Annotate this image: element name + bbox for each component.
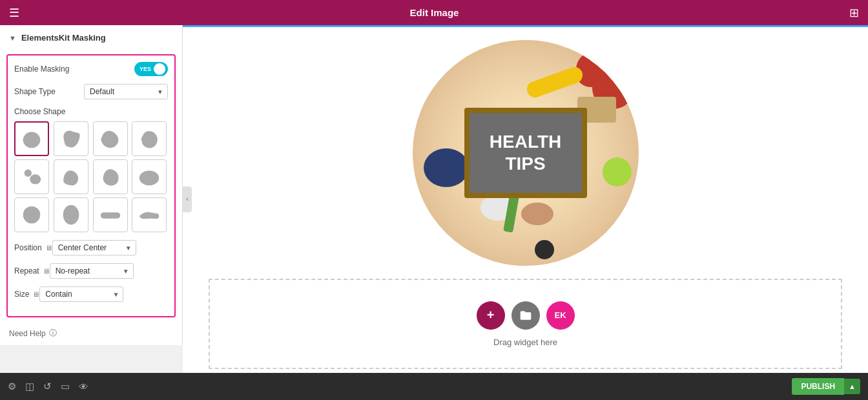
svg-point-2 — [30, 174, 41, 184]
svg-point-5 — [63, 205, 79, 225]
circle-image: HEALTHTIPS — [413, 40, 639, 266]
enable-masking-label: Enable Masking — [14, 65, 134, 74]
toggle-circle — [154, 63, 165, 75]
need-help: Need Help ⓘ — [0, 321, 182, 345]
main-layout: ▼ ElementsKit Masking Enable Masking YES — [0, 25, 868, 373]
svg-point-3 — [140, 171, 159, 186]
bottom-bar-left: ⚙ ◫ ↺ ▭ 👁 — [8, 381, 88, 392]
ek-button[interactable]: EK — [546, 301, 575, 330]
position-label-wrap: Position 🖥 — [14, 243, 52, 252]
settings-icon[interactable]: ⚙ — [8, 381, 16, 392]
drag-widget-text: Drag widget here — [493, 337, 557, 347]
size-icon: 🖥 — [32, 290, 39, 298]
position-row: Position 🖥 Center Center ▼ — [14, 240, 168, 255]
section-header-label: ElementsKit Masking — [21, 33, 106, 43]
choose-shape-label: Choose Shape — [14, 107, 168, 116]
shape-cell-11[interactable] — [132, 197, 167, 232]
lime-deco — [603, 157, 632, 186]
position-select[interactable]: Center Center — [52, 240, 136, 255]
sidebar-wrap: ▼ ElementsKit Masking Enable Masking YES — [0, 25, 183, 373]
repeat-row: Repeat 🖥 No-repeat ▼ — [14, 263, 168, 279]
header-title: Edit Image — [410, 7, 459, 18]
shape-cell-8[interactable] — [14, 197, 49, 232]
shape-cell-1[interactable] — [54, 121, 88, 156]
repeat-label-wrap: Repeat 🖥 — [14, 266, 50, 275]
toggle-wrap: YES — [134, 62, 168, 76]
dark-ball-deco — [535, 240, 554, 259]
need-help-text: Need Help — [9, 329, 46, 338]
drag-icons: + EK — [477, 301, 575, 330]
pills-brown-deco — [521, 203, 553, 225]
repeat-icon: 🖥 — [43, 267, 50, 275]
enable-masking-toggle[interactable]: YES — [134, 62, 168, 76]
drag-widget-section: + EK Drag widget here — [209, 279, 842, 369]
canvas-content: HEALTHTIPS + EK Drag widget here — [183, 27, 868, 373]
size-select-wrap: Contain ▼ — [39, 286, 123, 302]
help-icon[interactable]: ⓘ — [49, 328, 57, 339]
shape-type-select-wrap: Default ▼ — [84, 84, 168, 99]
shape-grid — [14, 121, 168, 232]
shape-cell-0[interactable] — [14, 121, 49, 156]
choose-shape-section: Choose Shape — [14, 107, 168, 232]
section-arrow-icon: ▼ — [9, 34, 16, 42]
canvas-area: HEALTHTIPS + EK Drag widget here — [183, 25, 868, 373]
enable-masking-row: Enable Masking YES — [14, 62, 168, 76]
bottom-bar: ⚙ ◫ ↺ ▭ 👁 PUBLISH ▲ — [0, 373, 868, 400]
svg-rect-6 — [100, 212, 119, 219]
undo-icon[interactable]: ↺ — [43, 381, 52, 392]
chalkboard: HEALTHTIPS — [464, 108, 587, 198]
toggle-yes-text: YES — [140, 66, 151, 72]
svg-point-0 — [23, 132, 41, 148]
shape-type-label: Shape Type — [14, 87, 84, 96]
add-widget-button[interactable]: + — [477, 301, 505, 330]
shape-type-select[interactable]: Default — [84, 84, 168, 99]
menu-icon[interactable]: ☰ — [9, 6, 19, 20]
repeat-select[interactable]: No-repeat — [50, 263, 134, 279]
shape-cell-6[interactable] — [93, 159, 128, 194]
size-label: Size — [14, 290, 29, 299]
shape-cell-3[interactable] — [132, 121, 167, 156]
folder-button[interactable] — [512, 301, 540, 330]
shape-cell-9[interactable] — [54, 197, 88, 232]
position-label: Position — [14, 243, 42, 252]
grid-icon[interactable]: ⊞ — [849, 6, 859, 20]
repeat-label: Repeat — [14, 266, 39, 275]
blueberries-deco — [424, 148, 469, 187]
eye-icon[interactable]: 👁 — [79, 381, 88, 392]
publish-button[interactable]: PUBLISH — [792, 378, 844, 395]
tablet-icon[interactable]: ▭ — [61, 381, 70, 392]
sidebar-collapse-handle[interactable]: ‹ — [183, 186, 192, 212]
layers-icon[interactable]: ◫ — [25, 381, 34, 392]
size-row: Size 🖥 Contain ▼ — [14, 286, 168, 302]
publish-btn-wrap: PUBLISH ▲ — [792, 378, 860, 395]
size-label-wrap: Size 🖥 — [14, 290, 39, 299]
svg-point-1 — [25, 170, 32, 177]
publish-arrow-button[interactable]: ▲ — [844, 379, 860, 394]
sidebar: ▼ ElementsKit Masking Enable Masking YES — [0, 25, 183, 345]
chalkboard-text: HEALTHTIPS — [490, 131, 561, 174]
repeat-select-wrap: No-repeat ▼ — [50, 263, 134, 279]
shape-cell-4[interactable] — [14, 159, 49, 194]
shape-cell-10[interactable] — [93, 197, 128, 232]
app-header: ☰ Edit Image ⊞ — [0, 0, 868, 25]
size-select[interactable]: Contain — [39, 286, 123, 302]
shape-cell-7[interactable] — [132, 159, 167, 194]
position-select-wrap: Center Center ▼ — [52, 240, 136, 255]
shape-type-row: Shape Type Default ▼ — [14, 84, 168, 99]
shape-cell-5[interactable] — [54, 159, 88, 194]
masking-panel: Enable Masking YES Shape Type Default — [6, 54, 176, 317]
position-icon: 🖥 — [45, 244, 52, 252]
section-header-masking[interactable]: ▼ ElementsKit Masking — [0, 25, 182, 50]
svg-point-4 — [23, 206, 41, 224]
shape-cell-2[interactable] — [93, 121, 128, 156]
